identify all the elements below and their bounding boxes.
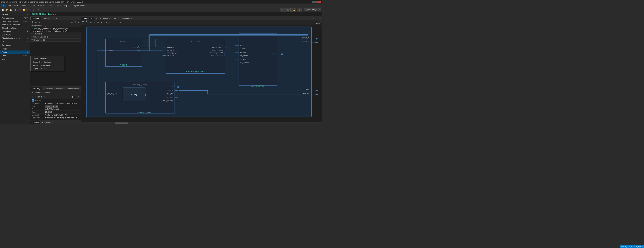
autoroute-btn[interactable]: ↔ (112, 21, 115, 24)
view-sel[interactable]: Default View ▼ (318, 21, 321, 24)
menu-exit[interactable]: Exit (0, 58, 30, 61)
menu-save-block-design[interactable]: Save Block Design Ctrl+S (0, 20, 30, 23)
svg-text:FCLK_CLK0: FCLK_CLK0 (166, 97, 173, 98)
nav-next[interactable]: ▶ (74, 95, 77, 98)
menu-text-editor[interactable]: Text Editor ► (0, 43, 30, 47)
diagram-canvas[interactable]: axi_gpio_0 S_AXI s_axi_aclk s_axi_areset… (81, 25, 322, 122)
tab-signals[interactable]: Signals (50, 16, 60, 20)
menu-save-block-design-as[interactable]: Save Block Design As... (0, 23, 30, 26)
fit-btn[interactable]: ⊞ (89, 21, 92, 24)
sort-btn[interactable]: ⇅ (38, 20, 41, 24)
add-ip-btn[interactable]: + (116, 21, 118, 24)
menu-print[interactable]: Print... Ctrl+P (0, 54, 30, 57)
add-src-btn[interactable]: + (41, 20, 44, 24)
tree-design-1[interactable]: ► ■ ■ design_1_i : design_1 (design_1.bd… (30, 30, 81, 32)
icon-btn-1[interactable]: 中 (280, 8, 285, 12)
icon-btn-2[interactable]: 0,1 (286, 8, 290, 12)
refresh-btn[interactable]: 0 (74, 20, 77, 24)
diag-max[interactable]: □ (318, 17, 321, 20)
filter-btn[interactable]: ⊟ (34, 20, 38, 24)
wrapper-close[interactable]: ✕ (131, 18, 132, 20)
menu-edit[interactable]: Edit (7, 4, 13, 7)
maximize-btn[interactable] (315, 1, 318, 3)
menu-tools[interactable]: Tools (20, 4, 27, 7)
menu-view[interactable]: View (55, 4, 62, 7)
sp-max[interactable]: □ (73, 91, 76, 94)
menu-checkpoint[interactable]: Checkpoint ► (0, 30, 30, 33)
tab-address-editor[interactable]: Address Editor ✕ (94, 16, 112, 20)
close-btn[interactable] (318, 1, 321, 3)
menu-window[interactable]: Window (37, 4, 46, 7)
close-btn2[interactable]: ✕ (37, 8, 40, 12)
sp-settings[interactable]: ⚙ (77, 95, 80, 98)
diagram-scrollbar[interactable] (81, 122, 322, 124)
zoom-out-btn[interactable]: 🔍− (86, 21, 89, 24)
tab-general[interactable]: General (30, 120, 40, 124)
sources-maximize-btn[interactable]: □ (74, 17, 77, 20)
sources-minimize-btn[interactable]: ─ (70, 17, 74, 20)
tab-libraries[interactable]: Libraries (54, 87, 65, 90)
tree-design-wrapper[interactable]: ▼ ● design_1_wrapper (design_1_wrapper.v… (30, 27, 81, 30)
zoom-in-btn[interactable]: 🔍+ (82, 21, 85, 24)
menu-add-sources[interactable]: Add Sources... Alt+A (0, 16, 30, 20)
tab-design[interactable]: Design (41, 16, 50, 20)
menu-reports[interactable]: Reports (27, 4, 37, 7)
new-btn[interactable]: 📄 (1, 8, 4, 12)
validate-btn[interactable]: ✓ (108, 21, 111, 24)
export-block-design[interactable]: Export Block Design... (30, 60, 64, 64)
diag-min[interactable]: ─ (315, 17, 318, 20)
menu-project[interactable]: Project ► (0, 13, 30, 16)
tab-compile-order[interactable]: Compile Order (65, 87, 81, 90)
menu-layout[interactable]: Layout (46, 4, 55, 7)
export-bitstream-file[interactable]: Export Bitstream File... (30, 64, 64, 67)
enabled-checkbox[interactable] (32, 99, 34, 102)
run-btn[interactable]: ▶ (14, 8, 18, 12)
menu-close-block-design[interactable]: Close Block Design (0, 26, 30, 30)
route-btn[interactable]: ⊛ (100, 21, 103, 24)
menu-ip[interactable]: IP ► (0, 40, 30, 43)
props-btn[interactable]: ⊞ (70, 20, 74, 24)
menu-help[interactable]: Help (62, 4, 69, 7)
stop-btn[interactable]: ■ (18, 8, 22, 12)
refresh-diag-btn[interactable]: ↺ (93, 21, 96, 24)
menu-file[interactable]: File (1, 4, 6, 7)
icon-btn-4[interactable]: ▶ (297, 8, 302, 12)
step-btn[interactable]: ⏩ (22, 8, 26, 12)
menu-sim-waveform[interactable]: Simulation Waveform ► (0, 36, 30, 40)
menu-import[interactable]: Import (0, 47, 30, 50)
search-btn[interactable]: 🔍 (31, 20, 34, 24)
save-btn[interactable]: 💾 (9, 8, 12, 12)
sources-close-btn[interactable]: ✕ (77, 17, 80, 20)
sp-min[interactable]: ─ (70, 91, 73, 94)
sp-help[interactable]: ? (66, 91, 70, 94)
sources-help-btn[interactable]: ? (67, 17, 70, 20)
tab-wrapper-v[interactable]: design_1_wrapper.v ✕ (112, 16, 134, 20)
export-simulation[interactable]: Export Simulation... (30, 67, 64, 70)
diagram-close[interactable]: ✕ (91, 18, 92, 20)
menu-constraints[interactable]: Constraints ► (0, 33, 30, 36)
align-btn[interactable]: ⊟ (105, 21, 108, 24)
settings-btn[interactable]: ⚙ (27, 8, 31, 12)
tab-diagram[interactable]: Diagram ✕ (81, 16, 94, 20)
tab-sources[interactable]: Sources (30, 16, 41, 20)
icon-btn-3[interactable]: 🌙 (291, 8, 296, 12)
type-btn[interactable]: ... (58, 105, 60, 107)
tab-hierarchy[interactable]: Hierarchy (30, 87, 42, 90)
tab-properties[interactable]: Properties (40, 121, 52, 124)
nav-prev[interactable]: ◀ (70, 95, 74, 98)
tab-ip-sources[interactable]: IP Sources (42, 87, 54, 90)
select-btn[interactable]: ⊙ (96, 21, 99, 24)
minimize-btn[interactable] (312, 1, 314, 3)
sum-btn[interactable]: Σ (32, 8, 35, 12)
menu-export[interactable]: Export ► (0, 50, 30, 54)
type-input[interactable]: Block Designs (45, 105, 58, 108)
diag-help[interactable]: ? (312, 17, 314, 20)
open-btn[interactable]: 📂 (5, 8, 8, 12)
export-hardware[interactable]: Export Hardware... (30, 57, 64, 60)
menu-flow[interactable]: Flow (13, 4, 20, 7)
sp-close[interactable]: ✕ (76, 91, 80, 94)
diag-settings[interactable]: ⚙ (119, 21, 122, 24)
settings2-btn[interactable]: ⚙ (77, 20, 80, 24)
scrollbar-thumb[interactable] (115, 122, 128, 124)
addr-close[interactable]: ✕ (109, 18, 110, 20)
